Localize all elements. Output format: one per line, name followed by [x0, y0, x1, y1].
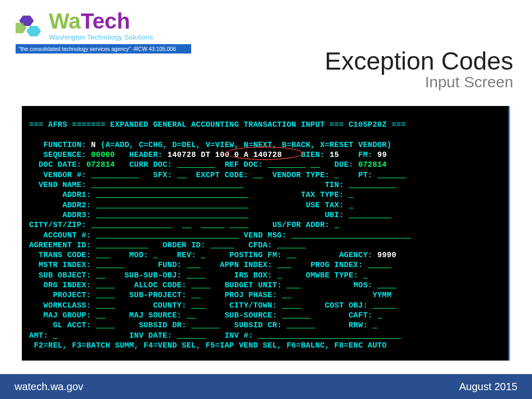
fld-invnum[interactable]	[258, 331, 401, 340]
fld-postingfm[interactable]	[287, 251, 296, 259]
fld-taxtype[interactable]	[349, 191, 353, 199]
fld-excpt[interactable]	[254, 171, 263, 179]
lbl-rev: REV:	[177, 251, 196, 259]
fld-account[interactable]	[96, 231, 239, 240]
fld-amt[interactable]	[53, 331, 58, 340]
val-function: N	[91, 141, 96, 149]
fld-transcode[interactable]	[96, 251, 111, 259]
lbl-vendname: VEND NAME:	[38, 181, 86, 189]
fld-pt[interactable]	[377, 171, 406, 179]
fld-county[interactable]	[191, 301, 206, 310]
lbl-agency: AGENCY:	[339, 251, 373, 259]
fld-agreement[interactable]	[96, 241, 149, 249]
fld-budgetunit[interactable]	[287, 281, 301, 289]
lbl-mstrindex: MSTR INDEX:	[38, 261, 91, 269]
lbl-postingfm: POSTING FM:	[230, 251, 282, 259]
fld-mod[interactable]	[153, 251, 158, 259]
fld-alloccode[interactable]	[191, 281, 210, 289]
lbl-cfda: CFDA:	[248, 241, 272, 249]
fld-subsidcr[interactable]	[287, 321, 315, 329]
fld-city[interactable]	[91, 221, 172, 229]
svg-marker-2	[26, 26, 41, 36]
fld-cfda[interactable]	[277, 241, 305, 249]
fld-ubi[interactable]	[349, 211, 392, 219]
fld-subobject[interactable]	[96, 271, 105, 280]
fld-orgindex[interactable]	[96, 281, 115, 289]
lbl-function-opts: (A=ADD, C=CHG, D=DEL, V=VIEW, N=NEXT, B=…	[101, 141, 392, 149]
fld-invdate[interactable]	[177, 331, 206, 340]
title-block: Exception Codes Input Screen	[325, 47, 513, 91]
fld-orderid[interactable]	[210, 241, 234, 249]
fld-fund[interactable]	[187, 261, 201, 269]
fld-project[interactable]	[96, 291, 115, 299]
fld-addr2[interactable]	[96, 201, 249, 209]
lbl-mos: MOS:	[353, 281, 373, 289]
fld-omwbe[interactable]	[363, 271, 368, 280]
fld-vendmsg[interactable]	[291, 231, 411, 240]
fld-sfx[interactable]	[177, 171, 187, 179]
lbl-fkeys: F2=REL, F3=BATCH SUMM, F4=VEND SEL, F5=I…	[34, 341, 387, 350]
fld-addr3[interactable]	[96, 211, 249, 219]
lbl-vendmsg: VEND MSG:	[244, 231, 287, 240]
lbl-project: PROJECT:	[53, 291, 91, 299]
val-agency: 9990	[377, 251, 396, 259]
fld-costobj[interactable]	[373, 301, 396, 310]
fld-vendname[interactable]	[91, 181, 244, 189]
lbl-pt: PT:	[358, 171, 373, 179]
val-due: 072814	[358, 161, 387, 169]
fld-caft[interactable]	[377, 311, 382, 320]
lbl-majgroup: MAJ GROUP:	[44, 311, 91, 320]
logo-banner: "the consolidated technology services ag…	[16, 44, 191, 54]
lbl-subobject: SUB OBJECT:	[38, 271, 91, 280]
lbl-due: DUE:	[335, 161, 354, 169]
lbl-sfx: SFX:	[153, 171, 172, 179]
fld-currdoc[interactable]	[177, 161, 215, 169]
logo-block: WaTech Washington Technology Solutions "…	[16, 10, 192, 54]
fld-addr1[interactable]	[96, 191, 249, 199]
lbl-appnindex: APPN INDEX:	[220, 261, 272, 269]
lbl-projphase: PROJ PHASE:	[224, 291, 277, 299]
fld-workclass[interactable]	[96, 301, 115, 310]
fld-subproject[interactable]	[191, 291, 201, 299]
fld-irsbox[interactable]	[277, 271, 282, 280]
lbl-addr1: ADDR1:	[62, 191, 91, 199]
lbl-usetax: USE TAX:	[305, 201, 343, 209]
fld-appnindex[interactable]	[277, 261, 291, 269]
fld-usfor[interactable]	[335, 221, 339, 229]
fld-rev[interactable]	[201, 251, 206, 259]
lbl-usfor: US/FOR ADDR:	[272, 221, 329, 229]
term-header: === AFRS ======= EXPANDED GENERAL ACCOUN…	[29, 121, 406, 129]
fld-subsubobj[interactable]	[187, 271, 206, 280]
page-title: Exception Codes	[325, 47, 513, 75]
val-bien: 15	[329, 151, 339, 159]
fld-st[interactable]	[182, 221, 191, 229]
lbl-rrw: RRW:	[349, 321, 368, 329]
fld-rrw[interactable]	[373, 321, 377, 329]
fld-vendortype[interactable]	[335, 171, 339, 179]
fld-citytown[interactable]	[282, 301, 301, 310]
footer-right: August 2015	[459, 381, 517, 393]
fld-majgroup[interactable]	[96, 311, 105, 320]
fld-zip[interactable]	[201, 221, 224, 229]
lbl-sequence: SEQUENCE:	[44, 151, 87, 159]
fld-vendor[interactable]	[91, 171, 139, 179]
fld-tin[interactable]	[349, 181, 396, 189]
lbl-agreement: AGREEMENT ID:	[29, 241, 91, 249]
fld-refdoc[interactable]	[268, 161, 305, 169]
fld-mos[interactable]	[377, 281, 396, 289]
fld-zip2[interactable]	[230, 221, 249, 229]
fld-glacct[interactable]	[96, 321, 115, 329]
fld-usetax[interactable]	[349, 201, 353, 209]
lbl-costobj: COST OBJ:	[325, 301, 368, 310]
fld-progindex[interactable]	[368, 261, 392, 269]
fld-projphase[interactable]	[282, 291, 291, 299]
val-sequence: 00000	[91, 151, 115, 159]
fld-refdoc2[interactable]	[311, 161, 320, 169]
fld-subsource[interactable]	[282, 311, 311, 320]
lbl-invnum: INV #:	[224, 331, 253, 340]
fld-majsource[interactable]	[187, 311, 196, 320]
fld-subsiddr[interactable]	[191, 321, 220, 329]
lbl-progindex: PROG INDEX:	[311, 261, 363, 269]
fld-mstrindex[interactable]	[96, 261, 125, 269]
lbl-ubi: UBI:	[325, 211, 344, 219]
